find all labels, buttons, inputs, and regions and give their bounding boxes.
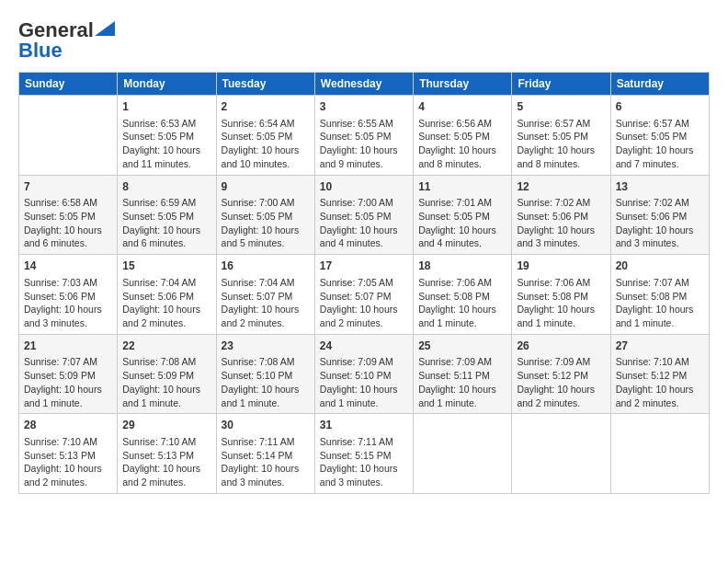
day-number: 17 [320,259,408,274]
day-number: 25 [418,339,506,354]
calendar-cell: 18Sunrise: 7:06 AMSunset: 5:08 PMDayligh… [414,255,512,335]
day-number: 8 [122,179,210,195]
day-number: 30 [222,418,310,433]
day-number: 19 [517,259,605,274]
cell-info: Sunrise: 6:54 AMSunset: 5:05 PMDaylight:… [222,117,310,171]
column-header-wednesday: Wednesday [314,73,413,96]
calendar-week-5: 28Sunrise: 7:10 AMSunset: 5:13 PMDayligh… [19,414,710,494]
day-number: 1 [122,99,210,115]
cell-info: Sunrise: 7:01 AMSunset: 5:05 PMDaylight:… [418,196,506,250]
day-number: 3 [320,99,408,115]
calendar-cell: 8Sunrise: 6:59 AMSunset: 5:05 PMDaylight… [118,175,216,255]
calendar-cell: 6Sunrise: 6:57 AMSunset: 5:05 PMDaylight… [610,96,709,176]
day-number: 2 [222,99,310,115]
calendar-cell [512,414,610,494]
cell-info: Sunrise: 7:08 AMSunset: 5:10 PMDaylight:… [222,355,310,409]
cell-info: Sunrise: 7:05 AMSunset: 5:07 PMDaylight:… [320,276,408,330]
day-number: 31 [320,418,408,433]
calendar-cell: 1Sunrise: 6:53 AMSunset: 5:05 PMDaylight… [118,96,216,176]
day-number: 12 [517,179,605,195]
column-header-friday: Friday [512,73,610,96]
logo-icon [95,21,115,36]
day-number: 26 [517,339,605,354]
day-number: 16 [222,259,310,274]
calendar-table: SundayMondayTuesdayWednesdayThursdayFrid… [18,72,710,494]
column-header-thursday: Thursday [414,73,512,96]
calendar-cell: 28Sunrise: 7:10 AMSunset: 5:13 PMDayligh… [19,414,118,494]
calendar-cell: 24Sunrise: 7:09 AMSunset: 5:10 PMDayligh… [314,334,413,414]
column-header-sunday: Sunday [19,73,118,96]
logo: General Blue [18,18,115,63]
column-header-saturday: Saturday [610,73,709,96]
cell-info: Sunrise: 6:57 AMSunset: 5:05 PMDaylight:… [616,117,704,171]
calendar-cell: 2Sunrise: 6:54 AMSunset: 5:05 PMDaylight… [216,96,314,176]
calendar-cell: 10Sunrise: 7:00 AMSunset: 5:05 PMDayligh… [314,175,413,255]
page-header: General Blue [18,18,710,63]
cell-info: Sunrise: 7:11 AMSunset: 5:14 PMDaylight:… [222,435,310,489]
calendar-cell: 12Sunrise: 7:02 AMSunset: 5:06 PMDayligh… [512,175,610,255]
calendar-cell: 29Sunrise: 7:10 AMSunset: 5:13 PMDayligh… [118,414,216,494]
calendar-cell: 21Sunrise: 7:07 AMSunset: 5:09 PMDayligh… [19,334,118,414]
calendar-cell: 26Sunrise: 7:09 AMSunset: 5:12 PMDayligh… [512,334,610,414]
calendar-cell: 11Sunrise: 7:01 AMSunset: 5:05 PMDayligh… [414,175,512,255]
calendar-header-row: SundayMondayTuesdayWednesdayThursdayFrid… [19,73,710,96]
calendar-cell: 22Sunrise: 7:08 AMSunset: 5:09 PMDayligh… [118,334,216,414]
day-number: 23 [222,339,310,354]
calendar-week-2: 7Sunrise: 6:58 AMSunset: 5:05 PMDaylight… [19,175,710,255]
logo-blue: Blue [18,39,63,63]
calendar-cell: 13Sunrise: 7:02 AMSunset: 5:06 PMDayligh… [610,175,709,255]
cell-info: Sunrise: 7:08 AMSunset: 5:09 PMDaylight:… [122,355,210,409]
cell-info: Sunrise: 7:09 AMSunset: 5:10 PMDaylight:… [320,355,408,409]
calendar-cell: 27Sunrise: 7:10 AMSunset: 5:12 PMDayligh… [610,334,709,414]
calendar-cell: 9Sunrise: 7:00 AMSunset: 5:05 PMDaylight… [216,175,314,255]
day-number: 24 [320,339,408,354]
cell-info: Sunrise: 6:53 AMSunset: 5:05 PMDaylight:… [122,117,210,171]
cell-info: Sunrise: 7:09 AMSunset: 5:11 PMDaylight:… [418,355,506,409]
calendar-cell [414,414,512,494]
calendar-week-4: 21Sunrise: 7:07 AMSunset: 5:09 PMDayligh… [19,334,710,414]
day-number: 29 [122,418,210,433]
calendar-cell: 7Sunrise: 6:58 AMSunset: 5:05 PMDaylight… [19,175,118,255]
cell-info: Sunrise: 7:10 AMSunset: 5:13 PMDaylight:… [122,435,210,489]
day-number: 15 [122,259,210,274]
cell-info: Sunrise: 6:56 AMSunset: 5:05 PMDaylight:… [418,117,506,171]
day-number: 9 [222,179,310,195]
calendar-cell [19,96,118,176]
calendar-cell: 20Sunrise: 7:07 AMSunset: 5:08 PMDayligh… [610,255,709,335]
day-number: 22 [122,339,210,354]
cell-info: Sunrise: 7:04 AMSunset: 5:06 PMDaylight:… [122,276,210,330]
day-number: 18 [418,259,506,274]
day-number: 21 [24,339,112,354]
cell-info: Sunrise: 7:00 AMSunset: 5:05 PMDaylight:… [222,196,310,250]
cell-info: Sunrise: 7:10 AMSunset: 5:13 PMDaylight:… [24,435,112,489]
cell-info: Sunrise: 7:07 AMSunset: 5:08 PMDaylight:… [616,276,704,330]
cell-info: Sunrise: 6:55 AMSunset: 5:05 PMDaylight:… [320,117,408,171]
cell-info: Sunrise: 7:10 AMSunset: 5:12 PMDaylight:… [616,355,704,409]
calendar-week-3: 14Sunrise: 7:03 AMSunset: 5:06 PMDayligh… [19,255,710,335]
day-number: 7 [24,179,112,195]
cell-info: Sunrise: 7:03 AMSunset: 5:06 PMDaylight:… [24,276,112,330]
cell-info: Sunrise: 7:04 AMSunset: 5:07 PMDaylight:… [222,276,310,330]
cell-info: Sunrise: 6:57 AMSunset: 5:05 PMDaylight:… [517,117,605,171]
day-number: 5 [517,99,605,115]
day-number: 10 [320,179,408,195]
calendar-cell: 5Sunrise: 6:57 AMSunset: 5:05 PMDaylight… [512,96,610,176]
calendar-cell: 14Sunrise: 7:03 AMSunset: 5:06 PMDayligh… [19,255,118,335]
cell-info: Sunrise: 7:02 AMSunset: 5:06 PMDaylight:… [616,196,704,250]
calendar-cell: 31Sunrise: 7:11 AMSunset: 5:15 PMDayligh… [314,414,413,494]
calendar-cell: 23Sunrise: 7:08 AMSunset: 5:10 PMDayligh… [216,334,314,414]
cell-info: Sunrise: 7:09 AMSunset: 5:12 PMDaylight:… [517,355,605,409]
calendar-cell [610,414,709,494]
day-number: 28 [24,418,112,433]
cell-info: Sunrise: 7:07 AMSunset: 5:09 PMDaylight:… [24,355,112,409]
day-number: 11 [418,179,506,195]
cell-info: Sunrise: 7:00 AMSunset: 5:05 PMDaylight:… [320,196,408,250]
cell-info: Sunrise: 7:02 AMSunset: 5:06 PMDaylight:… [517,196,605,250]
cell-info: Sunrise: 7:11 AMSunset: 5:15 PMDaylight:… [320,435,408,489]
calendar-cell: 4Sunrise: 6:56 AMSunset: 5:05 PMDaylight… [414,96,512,176]
calendar-cell: 15Sunrise: 7:04 AMSunset: 5:06 PMDayligh… [118,255,216,335]
day-number: 27 [616,339,704,354]
cell-info: Sunrise: 7:06 AMSunset: 5:08 PMDaylight:… [517,276,605,330]
day-number: 20 [616,259,704,274]
calendar-cell: 17Sunrise: 7:05 AMSunset: 5:07 PMDayligh… [314,255,413,335]
